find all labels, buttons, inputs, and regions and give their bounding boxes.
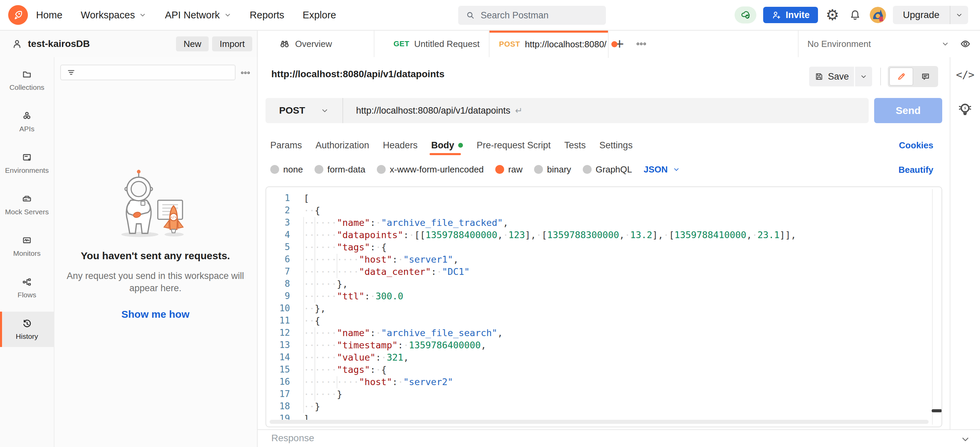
collections-icon bbox=[21, 69, 32, 80]
history-filter-input[interactable] bbox=[60, 65, 235, 80]
chevron-down-icon bbox=[673, 166, 680, 173]
code-snippet-button[interactable]: </> bbox=[950, 69, 980, 81]
scrollbar-thumb[interactable] bbox=[932, 409, 942, 412]
new-button[interactable]: New bbox=[176, 36, 208, 51]
flows-icon bbox=[21, 277, 32, 287]
mode-form-data[interactable]: form-data bbox=[315, 164, 365, 175]
save-options-button[interactable] bbox=[855, 67, 872, 86]
sidebar-item-environments[interactable]: Environments bbox=[0, 146, 54, 181]
edit-comment-toggle bbox=[888, 66, 938, 87]
line-number: 20 bbox=[266, 426, 297, 427]
mode-x-www-form-urlencoded[interactable]: x-www-form-urlencoded bbox=[377, 164, 484, 175]
sidebar-item-mock-servers[interactable]: Mock Servers bbox=[0, 187, 54, 222]
upgrade-menu-button[interactable] bbox=[950, 6, 968, 24]
code-editor[interactable]: 1[2··{3······"name":·"archive_file_track… bbox=[266, 186, 942, 427]
settings-button[interactable]: ⚙ bbox=[825, 7, 840, 23]
language-select[interactable]: JSON bbox=[644, 164, 680, 175]
code-line: 16··········"host":·"server2" bbox=[266, 376, 928, 388]
save-floppy-icon bbox=[814, 72, 824, 81]
code-line: 13······"timestamp":·1359786400000, bbox=[266, 339, 928, 351]
mode-none[interactable]: none bbox=[270, 164, 303, 175]
comment-mode-button[interactable] bbox=[914, 67, 937, 86]
apis-icon bbox=[21, 111, 32, 122]
upgrade-button[interactable]: Upgrade bbox=[893, 6, 950, 24]
empty-state-heading: You haven't sent any requests. bbox=[81, 250, 230, 262]
cookies-link[interactable]: Cookies bbox=[899, 140, 933, 151]
postbot-button[interactable] bbox=[957, 101, 973, 116]
code-line: 6··········"host":·"server1", bbox=[266, 253, 928, 265]
primary-nav: Home Workspaces API Network Reports Expl… bbox=[36, 0, 336, 30]
beautify-link[interactable]: Beautify bbox=[898, 165, 933, 175]
environments-icon bbox=[21, 152, 32, 163]
tab-active-request[interactable]: POST http://localhost:8080/ bbox=[490, 31, 609, 58]
sidebar-item-monitors[interactable]: Monitors bbox=[0, 228, 54, 264]
nav-workspaces[interactable]: Workspaces bbox=[81, 10, 146, 21]
radio-icon bbox=[270, 165, 279, 174]
chevron-down-icon bbox=[860, 73, 867, 80]
sidebar-item-apis[interactable]: APIs bbox=[0, 104, 54, 139]
postman-logo[interactable] bbox=[8, 5, 28, 25]
person-plus-icon bbox=[772, 10, 781, 20]
sidebar-item-collections[interactable]: Collections bbox=[0, 63, 54, 98]
environment-quick-look-icon[interactable] bbox=[959, 38, 971, 50]
response-label: Response bbox=[271, 433, 314, 444]
tab-settings[interactable]: Settings bbox=[600, 140, 633, 151]
save-button[interactable]: Save bbox=[809, 67, 854, 86]
notifications-button[interactable] bbox=[847, 7, 863, 23]
chevron-down-icon[interactable] bbox=[960, 434, 970, 444]
bell-icon bbox=[849, 9, 861, 21]
tab-untitled-request[interactable]: GET Untitled Request bbox=[374, 31, 490, 57]
sync-status-button[interactable] bbox=[735, 6, 756, 24]
method-badge-get: GET bbox=[393, 40, 409, 48]
import-button[interactable]: Import bbox=[212, 36, 252, 51]
code-line: 20 bbox=[266, 425, 928, 427]
show-me-how-link[interactable]: Show me how bbox=[121, 309, 189, 320]
tab-pre-request-script[interactable]: Pre-request Script bbox=[477, 140, 551, 151]
sidebar-item-history[interactable]: History bbox=[0, 312, 54, 347]
tab-headers[interactable]: Headers bbox=[383, 140, 418, 151]
request-section-tabs: Params Authorization Headers Body Pre-re… bbox=[258, 135, 950, 155]
edit-mode-button[interactable] bbox=[889, 67, 913, 86]
code-line: 9······"ttl":·300.0 bbox=[266, 290, 928, 302]
more-options-icon bbox=[636, 38, 647, 50]
tab-tests[interactable]: Tests bbox=[565, 140, 586, 151]
chevron-down-icon[interactable] bbox=[941, 40, 949, 48]
request-pane: http://localhost:8080/api/v1/datapoints … bbox=[258, 57, 950, 429]
line-number: 18 bbox=[266, 401, 297, 411]
nav-explore[interactable]: Explore bbox=[302, 10, 336, 21]
code-line: 11··{ bbox=[266, 314, 928, 327]
mock-servers-icon bbox=[21, 193, 32, 204]
history-more-actions-button[interactable] bbox=[240, 67, 251, 78]
gear-icon: ⚙ bbox=[826, 7, 839, 23]
sidebar-item-flows[interactable]: Flows bbox=[0, 270, 54, 306]
mode-binary[interactable]: binary bbox=[534, 164, 571, 175]
avatar[interactable] bbox=[870, 7, 886, 23]
tab-body[interactable]: Body bbox=[431, 140, 463, 151]
tab-options-button[interactable] bbox=[630, 31, 652, 57]
line-number: 10 bbox=[266, 303, 297, 313]
nav-api-network[interactable]: API Network bbox=[165, 10, 231, 21]
url-input[interactable]: http://localhost:8080/api/v1/datapoints … bbox=[343, 105, 522, 116]
mode-raw[interactable]: raw bbox=[495, 164, 522, 175]
workspace-name[interactable]: test-kairosDB bbox=[28, 38, 90, 49]
search-input[interactable]: Search Postman bbox=[458, 6, 606, 25]
method-select[interactable]: POST bbox=[266, 98, 343, 123]
line-number: 5 bbox=[266, 242, 297, 252]
send-button[interactable]: Send bbox=[874, 98, 942, 123]
tab-params[interactable]: Params bbox=[270, 140, 302, 151]
nav-reports[interactable]: Reports bbox=[250, 10, 285, 21]
tab-authorization[interactable]: Authorization bbox=[315, 140, 369, 151]
response-section-header[interactable]: Response bbox=[258, 429, 980, 447]
radio-icon bbox=[315, 165, 323, 174]
horizontal-scrollbar-track[interactable] bbox=[270, 420, 929, 424]
body-mode-row: none form-data x-www-form-urlencoded raw… bbox=[258, 160, 950, 178]
tab-overview[interactable]: Overview bbox=[258, 31, 374, 57]
right-rail: </> bbox=[950, 57, 980, 429]
line-number: 3 bbox=[266, 217, 297, 228]
code-line: 7··········"data_center":·"DC1" bbox=[266, 265, 928, 277]
scrollbar-track[interactable] bbox=[932, 189, 933, 425]
nav-home[interactable]: Home bbox=[36, 10, 62, 21]
environment-value[interactable]: No Environment bbox=[807, 39, 871, 49]
mode-graphql[interactable]: GraphQL bbox=[583, 164, 632, 175]
invite-button[interactable]: Invite bbox=[763, 7, 818, 23]
